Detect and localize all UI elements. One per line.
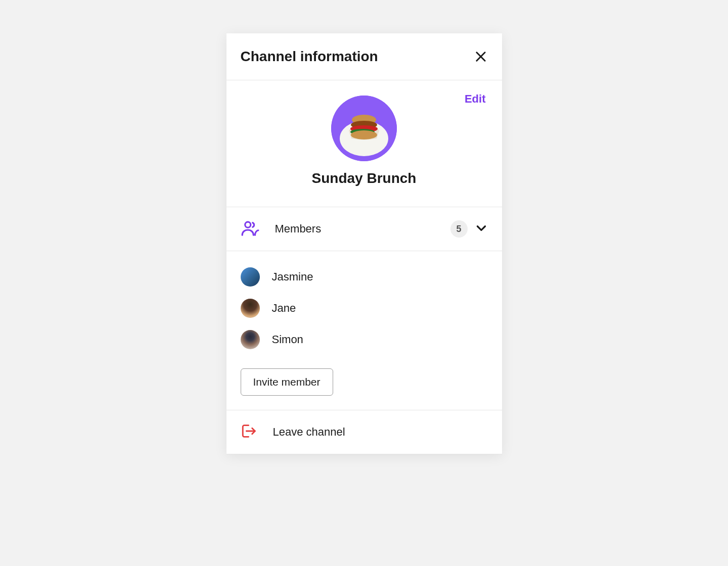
close-icon — [474, 50, 488, 64]
avatar — [241, 299, 260, 318]
channel-info-section: Edit Sunday Brunch — [226, 80, 502, 207]
member-name: Simon — [272, 333, 303, 346]
panel-header: Channel information — [226, 33, 502, 80]
member-name: Jane — [272, 302, 296, 315]
avatar — [241, 330, 260, 349]
avatar — [241, 267, 260, 287]
members-count-badge: 5 — [450, 220, 468, 238]
channel-avatar — [331, 96, 397, 161]
svg-point-8 — [351, 130, 377, 139]
leave-icon — [241, 422, 258, 442]
close-button[interactable] — [474, 50, 488, 64]
channel-info-panel: Channel information Edit Sunday Brunch — [226, 33, 502, 454]
channel-name: Sunday Brunch — [312, 170, 417, 186]
members-toggle[interactable]: Members 5 — [226, 207, 502, 251]
members-label: Members — [275, 222, 450, 235]
member-item[interactable]: Jasmine — [241, 261, 488, 293]
leave-channel-button[interactable]: Leave channel — [226, 410, 502, 454]
invite-member-button[interactable]: Invite member — [241, 368, 333, 396]
member-list: Jasmine Jane Simon — [226, 251, 502, 359]
member-name: Jasmine — [272, 270, 313, 284]
chevron-down-icon — [475, 221, 488, 237]
invite-section: Invite member — [226, 359, 502, 410]
member-item[interactable]: Simon — [241, 324, 488, 355]
members-icon — [241, 218, 260, 240]
panel-title: Channel information — [241, 49, 378, 65]
edit-button[interactable]: Edit — [465, 92, 486, 106]
member-item[interactable]: Jane — [241, 293, 488, 324]
leave-label: Leave channel — [273, 426, 345, 439]
svg-point-9 — [245, 222, 250, 227]
